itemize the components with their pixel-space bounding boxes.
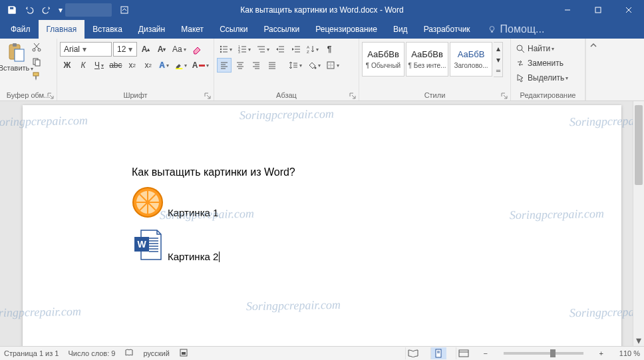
styles-scroll-up[interactable]: ▴ xyxy=(494,43,502,54)
font-dialog-launcher[interactable] xyxy=(204,90,212,98)
zoom-out-button[interactable]: − xyxy=(481,349,490,357)
font-name-select[interactable]: Arial▾ xyxy=(60,42,112,57)
subscript-button[interactable]: x2 xyxy=(125,58,140,73)
zoom-in-button[interactable]: + xyxy=(597,349,606,357)
vertical-scrollbar[interactable]: ▴ ▾ xyxy=(633,101,644,346)
format-painter-button[interactable] xyxy=(29,69,44,84)
paragraph-dialog-launcher[interactable] xyxy=(349,90,357,98)
tab-file[interactable]: Файл xyxy=(3,20,39,39)
shrink-font-button[interactable]: A▾ xyxy=(154,42,169,57)
page[interactable]: Как вытащить картинки из Word? Картинка … xyxy=(23,105,621,346)
picture-row-1: Картинка 1 xyxy=(132,186,621,218)
decrease-indent-button[interactable] xyxy=(273,42,287,57)
account-badge[interactable] xyxy=(65,3,112,17)
status-language[interactable]: русский xyxy=(143,349,169,357)
maximize-button[interactable] xyxy=(583,0,613,20)
qat-customize-button[interactable]: ▾ xyxy=(56,2,65,18)
tab-view[interactable]: Вид xyxy=(385,20,416,39)
copy-button[interactable] xyxy=(29,55,44,69)
tab-insert[interactable]: Вставка xyxy=(84,20,130,39)
align-center-icon xyxy=(236,61,245,70)
paste-button[interactable]: Вставить xyxy=(3,40,29,88)
word-file-icon[interactable]: W xyxy=(132,228,164,262)
zoom-slider-knob[interactable] xyxy=(550,349,556,357)
tab-layout[interactable]: Макет xyxy=(173,20,212,39)
superscript-button[interactable]: x2 xyxy=(141,58,156,73)
change-case-button[interactable]: Aa xyxy=(170,42,188,57)
view-print-layout[interactable] xyxy=(430,347,446,359)
tab-home[interactable]: Главная xyxy=(39,20,85,39)
select-button[interactable]: Выделить xyxy=(514,71,582,85)
status-page[interactable]: Страница 1 из 1 xyxy=(4,349,59,357)
save-button[interactable] xyxy=(4,2,20,18)
styles-dialog-launcher[interactable] xyxy=(500,90,508,98)
svg-text:A: A xyxy=(307,45,309,49)
align-left-button[interactable] xyxy=(217,58,232,73)
styles-expand[interactable]: ＝ xyxy=(494,65,502,77)
tab-references[interactable]: Ссылки xyxy=(212,20,255,39)
clear-formatting-button[interactable] xyxy=(190,42,204,57)
highlight-button[interactable] xyxy=(173,58,189,73)
borders-button[interactable] xyxy=(324,58,341,73)
svg-rect-2 xyxy=(595,7,601,13)
numbering-icon: 123 xyxy=(238,45,247,54)
zoom-slider[interactable] xyxy=(504,352,583,355)
status-word-count[interactable]: Число слов: 9 xyxy=(68,349,115,357)
font-color-button[interactable]: A xyxy=(190,58,211,73)
minimize-button[interactable] xyxy=(552,0,583,20)
status-spellcheck[interactable] xyxy=(124,348,134,359)
style-normal[interactable]: АаБбВв ¶ Обычный xyxy=(362,42,404,77)
ribbon-display-options-button[interactable] xyxy=(113,0,136,20)
tab-design[interactable]: Дизайн xyxy=(130,20,173,39)
tell-me-label: Помощ... xyxy=(500,23,545,35)
view-read-mode[interactable] xyxy=(405,347,421,359)
status-macro[interactable] xyxy=(179,348,188,359)
underline-button[interactable]: Ч xyxy=(92,58,106,73)
cut-button[interactable] xyxy=(29,40,44,55)
align-right-icon xyxy=(251,61,261,70)
clipboard-dialog-launcher[interactable] xyxy=(47,90,55,98)
scroll-down-button[interactable]: ▾ xyxy=(633,335,644,346)
svg-rect-0 xyxy=(121,7,128,13)
svg-text:Z: Z xyxy=(307,50,309,54)
scroll-thumb[interactable] xyxy=(635,105,643,185)
tab-developer[interactable]: Разработчик xyxy=(416,20,478,39)
shading-button[interactable] xyxy=(305,58,323,73)
numbering-button[interactable]: 123 xyxy=(236,42,253,57)
tab-review[interactable]: Рецензирование xyxy=(307,20,385,39)
increase-indent-button[interactable] xyxy=(289,42,303,57)
style-no-spacing[interactable]: АаБбВв ¶ Без инте... xyxy=(406,42,448,77)
text-effects-button[interactable]: A xyxy=(157,58,172,73)
justify-button[interactable] xyxy=(265,58,279,73)
zoom-level[interactable]: 110 % xyxy=(619,349,640,357)
styles-scroll-down[interactable]: ▾ xyxy=(494,54,502,65)
clipboard-icon xyxy=(7,43,25,63)
orange-fruit-icon[interactable] xyxy=(132,186,164,218)
align-right-button[interactable] xyxy=(249,58,263,73)
bold-button[interactable]: Ж xyxy=(60,58,75,73)
tab-mailings[interactable]: Рассылки xyxy=(255,20,307,39)
collapse-ribbon-button[interactable] xyxy=(585,39,600,100)
multilevel-list-button[interactable] xyxy=(254,42,271,57)
replace-icon xyxy=(516,59,525,68)
undo-button[interactable] xyxy=(21,2,37,18)
strikethrough-button[interactable]: abc xyxy=(108,58,124,73)
spacing-icon xyxy=(289,61,298,70)
bullets-button[interactable] xyxy=(217,42,234,57)
line-spacing-button[interactable] xyxy=(287,58,304,73)
show-marks-button[interactable]: ¶ xyxy=(322,42,337,57)
close-button[interactable] xyxy=(613,0,644,20)
align-center-button[interactable] xyxy=(233,58,247,73)
group-editing: Найти Заменить Выделить Редактирование xyxy=(511,39,585,100)
view-web-layout[interactable] xyxy=(456,347,472,359)
svg-rect-83 xyxy=(459,350,468,357)
replace-button[interactable]: Заменить xyxy=(514,56,582,71)
font-size-select[interactable]: 12▾ xyxy=(113,42,137,57)
style-heading1[interactable]: АаБбВ Заголово... xyxy=(450,42,492,77)
sort-button[interactable]: AZ xyxy=(305,42,321,57)
tell-me-box[interactable]: Помощ... xyxy=(478,20,545,39)
italic-button[interactable]: К xyxy=(76,58,90,73)
find-button[interactable]: Найти xyxy=(514,41,582,56)
redo-button[interactable] xyxy=(39,2,55,18)
grow-font-button[interactable]: A▴ xyxy=(138,42,153,57)
